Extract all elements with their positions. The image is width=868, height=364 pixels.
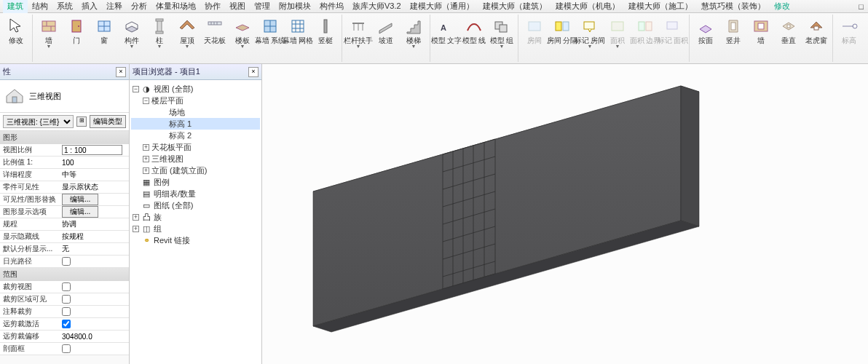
model-text-button[interactable]: A模型 文字 — [433, 16, 459, 46]
main-area: 性 × 三维视图 三维视图: {三维} ⊞ 编辑类型 图形 视图比例 比例值 1… — [0, 64, 868, 364]
svg-rect-4 — [72, 20, 81, 32]
menu-tab-addins[interactable]: 附加模块 — [275, 0, 315, 13]
svg-rect-37 — [639, 22, 644, 31]
tree-schedules[interactable]: ▤明细表/数量 — [131, 188, 260, 199]
group-icon: ◫ — [141, 224, 151, 233]
tree-elevations[interactable]: +立面 (建筑立面) — [131, 165, 260, 176]
menu-tab-zuku[interactable]: 族库大师V3.2 — [348, 0, 406, 13]
prop-discipline: 规程协调 — [0, 218, 129, 231]
grid-button[interactable]: 轴网 — [864, 16, 868, 46]
type-grid-icon[interactable]: ⊞ — [76, 116, 87, 127]
shaft-button[interactable]: 竖井 — [720, 16, 746, 46]
tree-level2[interactable]: 标高 2 — [131, 130, 260, 141]
wall-icon — [40, 17, 58, 35]
roof-button[interactable]: 屋顶▼ — [174, 16, 200, 50]
door-button[interactable]: 门 — [63, 16, 90, 46]
edit-type-button[interactable]: 编辑类型 — [90, 115, 126, 128]
area-boundary-button[interactable]: 面积 边界 — [632, 16, 658, 46]
vg-edit-button[interactable]: 编辑... — [62, 194, 98, 205]
curtain-grid-button[interactable]: 幕墙 网格 — [285, 16, 311, 46]
curtain-system-icon — [261, 17, 279, 35]
section-box-checkbox[interactable] — [62, 344, 71, 353]
tree-groups[interactable]: +◫组 — [131, 223, 260, 234]
window-button[interactable]: 窗 — [91, 16, 117, 46]
menu-tab-manage[interactable]: 管理 — [250, 0, 275, 13]
model-line-button[interactable]: 模型 线 — [461, 16, 487, 46]
legend-icon: ▦ — [141, 178, 151, 186]
tree-legends[interactable]: ▦图例 — [131, 176, 260, 188]
tree-floor-plans[interactable]: −楼层平面 — [131, 95, 260, 106]
by-face-icon — [697, 17, 714, 35]
tree-3d-views[interactable]: +三维视图 — [131, 153, 260, 165]
wall-opening-button[interactable]: 墙 — [748, 16, 774, 46]
ceiling-button[interactable]: 天花板 — [202, 16, 228, 46]
menu-tab-systems[interactable]: 系统 — [52, 0, 77, 13]
dormer-button[interactable]: 老虎窗 — [803, 16, 829, 46]
vertical-opening-button[interactable]: 垂直 — [776, 16, 802, 46]
area-button[interactable]: 面积▼ — [604, 16, 631, 50]
menu-tab-insert[interactable]: 插入 — [77, 0, 102, 13]
stairs-button[interactable]: 楼梯▼ — [401, 16, 427, 50]
tree-revit-links[interactable]: ⚭Revit 链接 — [131, 234, 260, 246]
3d-viewport[interactable] — [262, 64, 868, 364]
tree-ceiling-plans[interactable]: +天花板平面 — [131, 141, 260, 153]
menu-tab-huizhu[interactable]: 慧筑巧模（装饰） — [697, 0, 770, 13]
curtain-system-button[interactable]: 幕墙 系统 — [257, 16, 283, 46]
dormer-icon — [808, 17, 825, 35]
tree-views-root[interactable]: −◑视图 (全部) — [131, 83, 260, 95]
crop-view-checkbox[interactable] — [62, 282, 71, 291]
room-button[interactable]: 房间 — [521, 16, 548, 46]
mullion-button[interactable]: 竖梃 — [312, 16, 339, 46]
menu-tab-analyze[interactable]: 分析 — [127, 0, 151, 13]
tree-level1[interactable]: 标高 1 — [131, 118, 260, 130]
modify-button[interactable]: 修改 — [3, 16, 29, 46]
view-scale-input[interactable] — [62, 145, 122, 155]
model-group-button[interactable]: 模型 组▼ — [489, 16, 515, 50]
component-button[interactable]: 构件▼ — [119, 16, 145, 50]
menu-tab-jianmo-constr[interactable]: 建模大师（施工） — [624, 0, 697, 13]
room-separator-button[interactable]: 房间 分隔 — [549, 16, 575, 46]
menu-tab-jianmo-arch[interactable]: 建模大师（建筑） — [478, 0, 551, 13]
annotation-crop-checkbox[interactable] — [62, 307, 71, 316]
graphic-display-edit-button[interactable]: 编辑... — [62, 206, 98, 218]
extents-section[interactable]: 范围 — [0, 268, 129, 281]
dropdown-arrow-icon: ▼ — [240, 44, 245, 49]
menu-tab-jianmo-mep[interactable]: 建模大师（机电） — [551, 0, 624, 13]
type-selector[interactable]: 三维视图: {三维} — [3, 115, 74, 128]
menu-tab-massing[interactable]: 体量和场地 — [151, 0, 200, 13]
column-button[interactable]: 柱▼ — [146, 16, 173, 50]
menu-tab-jianmo-generic[interactable]: 建模大师（通用） — [406, 0, 478, 13]
close-icon[interactable]: × — [248, 67, 259, 77]
menu-tab-annotate[interactable]: 注释 — [102, 0, 127, 13]
tree-families[interactable]: +凸族 — [131, 211, 260, 223]
wall-button[interactable]: 墙▼ — [36, 16, 62, 50]
menu-tab-collaborate[interactable]: 协作 — [200, 0, 225, 13]
level-button[interactable]: 标高 — [836, 16, 862, 46]
room-tag-button[interactable]: 标记 房间▼ — [577, 16, 603, 50]
svg-rect-42 — [758, 23, 764, 29]
ribbon-minimize-icon[interactable]: □ — [854, 1, 868, 12]
crop-visible-checkbox[interactable] — [62, 295, 71, 304]
sun-path-checkbox[interactable] — [62, 257, 71, 266]
far-clip-active-checkbox[interactable] — [62, 320, 71, 328]
area-tag-button[interactable]: 标记 面积 — [660, 16, 686, 46]
menu-tab-structure[interactable]: 结构 — [28, 0, 52, 13]
menu-tab-view[interactable]: 视图 — [225, 0, 250, 13]
prop-view-scale: 视图比例 — [0, 144, 129, 157]
tree-site[interactable]: 场地 — [131, 106, 260, 118]
svg-rect-12 — [208, 22, 221, 25]
close-icon[interactable]: × — [116, 67, 126, 77]
by-face-button[interactable]: 按面 — [693, 16, 719, 46]
tree-sheets[interactable]: ▭图纸 (全部) — [131, 199, 260, 211]
ramp-button[interactable]: 坡道 — [373, 16, 399, 46]
area-tag-icon — [664, 17, 682, 35]
menu-tab-goujianwu[interactable]: 构件坞 — [315, 0, 348, 13]
svg-rect-10 — [156, 19, 163, 21]
railing-button[interactable]: 栏杆扶手▼ — [345, 16, 371, 50]
menu-tab-modify[interactable]: 修改 — [770, 0, 794, 13]
prop-detail-level: 详细程度中等 — [0, 169, 129, 181]
column-icon — [151, 17, 168, 35]
graphics-section[interactable]: 图形 — [0, 131, 129, 144]
menu-tab-architecture[interactable]: 建筑 — [3, 0, 28, 13]
floor-button[interactable]: 楼板▼ — [229, 16, 256, 50]
